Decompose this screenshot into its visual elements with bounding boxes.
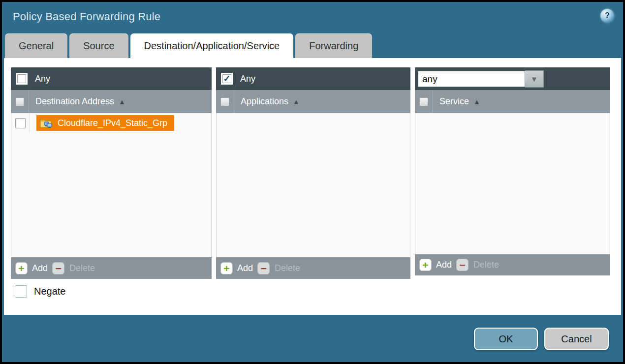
cancel-button[interactable]: Cancel xyxy=(544,328,609,350)
add-button[interactable]: Add xyxy=(436,260,452,270)
add-icon[interactable]: + xyxy=(220,262,233,274)
sort-ascending-icon: ▲ xyxy=(473,98,480,106)
negate-label: Negate xyxy=(34,286,66,297)
destination-address-list: Cloudflare_IPv4_Static_Grp xyxy=(11,113,212,257)
delete-button: Delete xyxy=(473,260,499,270)
tab-content-panel: Any Destination Address ▲ xyxy=(4,58,621,315)
applications-list xyxy=(216,113,410,257)
table-row[interactable]: Cloudflare_IPv4_Static_Grp xyxy=(11,113,211,133)
applications-footer: + Add − Delete xyxy=(216,257,410,279)
applications-any-checkbox[interactable]: ✓ xyxy=(221,73,233,85)
destination-address-column: Any Destination Address ▲ xyxy=(11,67,212,279)
service-selectall-checkbox[interactable] xyxy=(419,97,428,106)
address-group-icon xyxy=(40,118,53,128)
row-checkbox[interactable] xyxy=(15,118,26,128)
policy-based-forwarding-dialog: Policy Based Forwarding Rule ? General S… xyxy=(0,0,625,364)
add-icon[interactable]: + xyxy=(15,262,28,274)
service-list xyxy=(415,113,610,254)
applications-any-bar: ✓ Any xyxy=(216,67,410,90)
ok-button[interactable]: OK xyxy=(474,328,538,350)
delete-icon[interactable]: − xyxy=(456,259,469,271)
selected-address-group[interactable]: Cloudflare_IPv4_Static_Grp xyxy=(36,115,174,131)
tab-forwarding[interactable]: Forwarding xyxy=(295,33,372,58)
destination-address-header-label: Destination Address xyxy=(35,96,114,107)
tab-general[interactable]: General xyxy=(5,33,67,58)
applications-header[interactable]: Applications ▲ xyxy=(216,90,410,113)
service-header-label: Service xyxy=(439,96,469,107)
add-button[interactable]: Add xyxy=(32,263,48,273)
sort-ascending-icon: ▲ xyxy=(119,98,125,106)
service-footer: + Add − Delete xyxy=(415,254,610,275)
sort-ascending-icon: ▲ xyxy=(293,98,300,106)
delete-button: Delete xyxy=(275,263,300,273)
negate-option: Negate xyxy=(15,285,66,298)
delete-icon[interactable]: − xyxy=(52,262,64,274)
negate-checkbox[interactable] xyxy=(15,285,27,298)
tab-bar: General Source Destination/Application/S… xyxy=(5,33,372,58)
columns-container: Any Destination Address ▲ xyxy=(11,67,610,279)
destination-any-checkbox[interactable] xyxy=(16,73,28,85)
help-icon[interactable]: ? xyxy=(600,9,614,23)
tab-source[interactable]: Source xyxy=(69,33,128,58)
service-dropdown-value[interactable]: any xyxy=(418,71,525,87)
applications-column: ✓ Any Applications ▲ + Add − Delete xyxy=(216,67,410,279)
applications-header-label: Applications xyxy=(241,96,288,107)
applications-selectall-checkbox[interactable] xyxy=(220,97,229,106)
destination-any-bar: Any xyxy=(11,67,212,90)
delete-button: Delete xyxy=(69,263,95,273)
chevron-down-icon[interactable]: ▼ xyxy=(525,70,544,88)
destination-selectall-checkbox[interactable] xyxy=(15,97,24,106)
service-header[interactable]: Service ▲ xyxy=(415,90,610,113)
destination-any-label: Any xyxy=(35,74,50,84)
destination-footer: + Add − Delete xyxy=(11,257,212,279)
address-group-name: Cloudflare_IPv4_Static_Grp xyxy=(58,118,167,128)
dialog-title: Policy Based Forwarding Rule xyxy=(13,10,160,23)
service-dropdown[interactable]: any ▼ xyxy=(418,70,544,88)
delete-icon[interactable]: − xyxy=(257,262,270,274)
add-button[interactable]: Add xyxy=(237,263,253,273)
service-dropdown-bar: any ▼ xyxy=(415,67,610,90)
add-icon[interactable]: + xyxy=(419,259,432,271)
destination-address-header[interactable]: Destination Address ▲ xyxy=(11,90,212,113)
applications-any-label: Any xyxy=(240,74,255,84)
service-column: any ▼ Service ▲ + Add − Delete xyxy=(415,67,610,279)
tab-destination-application-service[interactable]: Destination/Application/Service xyxy=(130,33,294,58)
